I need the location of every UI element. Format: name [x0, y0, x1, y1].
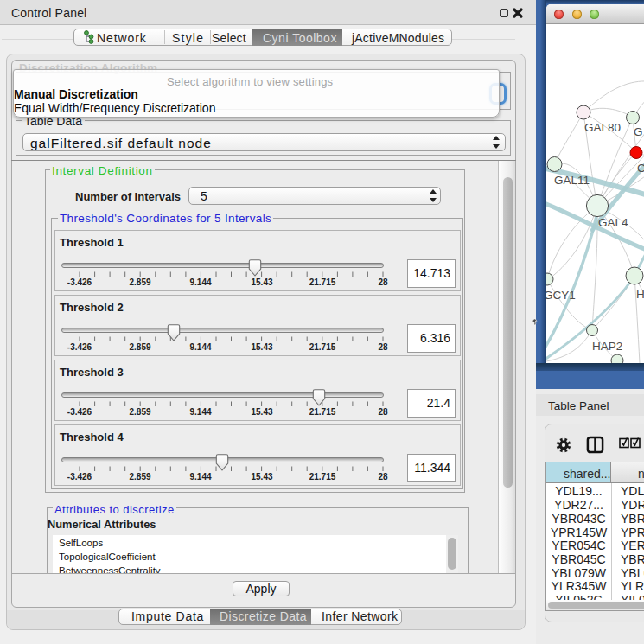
svg-text:H: H [636, 288, 644, 301]
svg-text:GAL4: GAL4 [598, 216, 628, 229]
svg-text:GCY1: GCY1 [546, 289, 576, 302]
svg-text:HAP2: HAP2 [592, 340, 622, 353]
svg-text:GAL11: GAL11 [554, 174, 590, 187]
svg-text:GAL80: GAL80 [584, 121, 621, 134]
svg-text:C: C [637, 162, 644, 175]
svg-text:G: G [634, 125, 643, 138]
